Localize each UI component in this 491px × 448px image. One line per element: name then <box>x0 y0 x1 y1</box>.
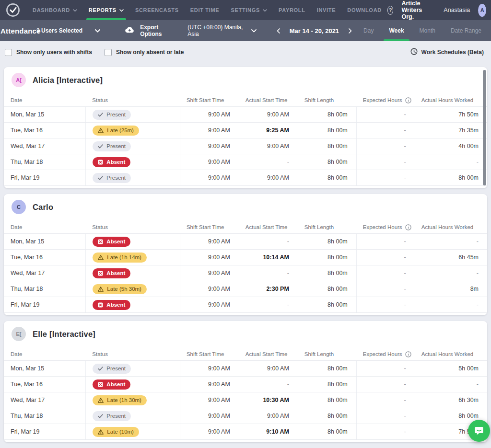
timedoctor-logo-icon[interactable] <box>6 3 20 17</box>
shift-start-cell: 9:00 AM <box>180 392 239 408</box>
actual-start-cell: - <box>239 377 298 392</box>
status-cell: Late (5h 30m) <box>85 281 180 297</box>
attendance-row: Fri, Mar 19Absent9:00 AM-8h 00m-- <box>4 297 487 313</box>
expected-hours-cell: - <box>356 234 415 249</box>
column-header: Shift Length <box>298 344 356 360</box>
user-card-alicia: A[ Alicia [Interactive] DateStatusShift … <box>4 67 487 188</box>
help-icon[interactable]: ? <box>387 6 394 15</box>
tab-month[interactable]: Month <box>412 20 443 41</box>
info-icon[interactable] <box>405 97 411 103</box>
info-icon[interactable] <box>405 224 411 230</box>
shift-length-cell: 8h 00m <box>298 408 356 424</box>
avatar: C <box>12 200 26 214</box>
nav-item-settings[interactable]: SETTINGS <box>225 0 273 20</box>
nav-item-invite[interactable]: INVITE <box>311 0 342 20</box>
status-badge-late: Late (10m) <box>93 427 139 437</box>
export-options-button[interactable]: Export Options <box>124 24 173 37</box>
expected-hours-cell: - <box>356 265 415 281</box>
users-selected-dropdown[interactable]: 3 Users Selected <box>36 27 100 34</box>
expected-hours-cell: - <box>356 377 415 392</box>
expected-hours-cell: - <box>356 123 415 138</box>
date-cell: Wed, Mar 17 <box>4 138 85 154</box>
expected-hours-cell: - <box>356 297 415 312</box>
date-navigator: Mar 14 - 20, 2021 <box>273 26 356 35</box>
filter-users-with-shifts[interactable]: Show only users with shifts <box>5 49 92 56</box>
next-week-button[interactable] <box>345 26 356 35</box>
user-card-carlo: C Carlo DateStatusShift Start TimeActual… <box>4 194 487 315</box>
card-header: A[ Alicia [Interactive] <box>4 67 487 90</box>
chevron-down-icon <box>95 27 100 34</box>
nav-item-payroll[interactable]: PAYROLL <box>273 0 311 20</box>
status-cell: Present <box>85 107 180 122</box>
nav-item-edit-time[interactable]: EDIT TIME <box>185 0 225 20</box>
attendance-row: Wed, Mar 17Late (1h 30m)9:00 AM10:30 AM8… <box>4 392 487 408</box>
status-badge-absent: Absent <box>93 379 130 390</box>
status-cell: Present <box>85 138 180 154</box>
work-schedules-button[interactable]: Work Schedules (Beta) <box>410 48 486 57</box>
actual-hours-cell: 7h 35m <box>415 123 487 138</box>
shift-length-cell: 8h 00m <box>298 154 356 170</box>
actual-start-cell: 9:25 AM <box>239 123 298 138</box>
avatar: E[ <box>12 327 26 341</box>
column-header: Actual Hours Worked <box>415 217 487 233</box>
status-badge-late: Late (5h 30m) <box>93 284 147 294</box>
status-badge-late: Late (1h 14m) <box>93 253 147 263</box>
user-avatar[interactable]: A <box>478 4 486 17</box>
expected-hours-cell: - <box>356 154 415 170</box>
nav-item-dashboard[interactable]: DASHBOARD <box>27 0 83 20</box>
status-cell: Late (1h 30m) <box>85 392 180 408</box>
filter-bar: Show only users with shifts Show only ab… <box>0 41 491 63</box>
date-cell: Thu, Mar 18 <box>4 281 85 297</box>
shift-length-cell: 8h 00m <box>298 170 356 185</box>
chat-button[interactable] <box>468 420 490 442</box>
expected-hours-cell: - <box>356 281 415 297</box>
status-badge-present: Present <box>93 141 131 151</box>
shift-length-cell: 8h 00m <box>298 377 356 392</box>
chevron-down-icon <box>73 7 77 13</box>
tab-date-range[interactable]: Date Range <box>443 20 489 41</box>
date-cell: Fri, Mar 19 <box>4 297 85 312</box>
shift-start-cell: 9:00 AM <box>180 123 239 138</box>
date-cell: Thu, Mar 18 <box>4 408 85 424</box>
attendance-row: Mon, Mar 15Present9:00 AM9:00 AM8h 00m-5… <box>4 360 487 376</box>
date-cell: Mon, Mar 15 <box>4 234 85 249</box>
filter-absent-or-late[interactable]: Show only absent or late <box>105 49 184 56</box>
actual-hours-cell: - <box>415 377 487 392</box>
navbar-right: ? Article Writers Org. Anastasia A <box>387 0 486 20</box>
column-header: Expected Hours <box>356 90 415 106</box>
expected-hours-cell: - <box>356 392 415 408</box>
actual-start-cell: 2:30 PM <box>239 281 298 297</box>
scrollbar[interactable] <box>483 70 486 185</box>
prev-week-button[interactable] <box>273 26 284 35</box>
actual-start-cell: 10:30 AM <box>239 392 298 408</box>
checkbox-users-with-shifts[interactable] <box>5 49 12 56</box>
expected-hours-cell: - <box>356 361 415 376</box>
attendance-table: DateStatusShift Start TimeActual Start T… <box>4 217 487 313</box>
status-cell: Present <box>85 170 180 185</box>
status-cell: Late (25m) <box>85 123 180 138</box>
expected-hours-cell: - <box>356 138 415 154</box>
actual-start-cell: - <box>239 297 298 312</box>
date-range-label: Mar 14 - 20, 2021 <box>284 27 345 34</box>
status-badge-absent: Absent <box>93 157 130 167</box>
shift-length-cell: 8h 00m <box>298 424 356 439</box>
attendance-toolbar: Attendance 3 Users Selected Export Optio… <box>0 20 491 41</box>
nav-item-screencasts[interactable]: SCREENCASTS <box>129 0 185 20</box>
shift-start-cell: 9:00 AM <box>180 297 239 312</box>
checkbox-absent-or-late[interactable] <box>105 49 112 56</box>
actual-hours-cell: 4h 00m <box>415 138 487 154</box>
column-header: Actual Hours Worked <box>415 344 487 360</box>
nav-item-reports[interactable]: REPORTS <box>83 0 129 20</box>
attendance-row: Wed, Mar 17Present9:00 AM9:00 AM8h 00m-4… <box>4 138 487 154</box>
cloud-download-icon <box>124 26 134 35</box>
shift-start-cell: 9:00 AM <box>180 265 239 281</box>
nav-item-download[interactable]: DOWNLOAD <box>341 0 387 20</box>
shift-length-cell: 8h 00m <box>298 297 356 312</box>
column-header: Actual Start Time <box>239 217 298 233</box>
shift-length-cell: 8h 00m <box>298 123 356 138</box>
info-icon[interactable] <box>405 351 411 357</box>
tab-day[interactable]: Day <box>356 20 381 41</box>
tab-week[interactable]: Week <box>381 20 411 41</box>
timezone-dropdown[interactable]: (UTC +08:00) Manila, Asia <box>187 24 256 37</box>
shift-start-cell: 9:00 AM <box>180 408 239 424</box>
